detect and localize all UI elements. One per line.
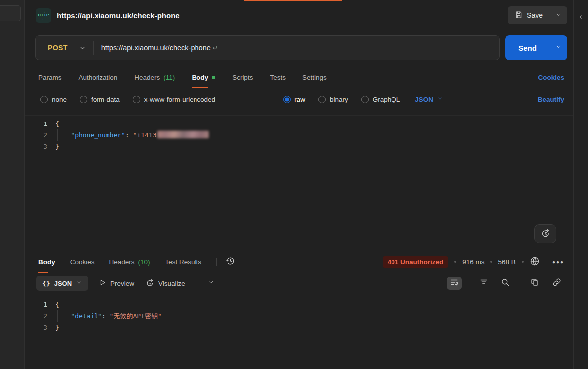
tab-params[interactable]: Params [38, 66, 62, 89]
code-line: 1 { [25, 118, 573, 129]
status-badge: 401 Unauthorized [383, 256, 449, 268]
copy-button[interactable] [527, 277, 542, 290]
visualize-sparkle-icon [145, 278, 154, 289]
request-tab-header: → HTTP ← https://api.xiaomu.uk/check-pho… [25, 0, 573, 31]
radio-icon [133, 96, 140, 103]
mode-none[interactable]: none [40, 96, 67, 103]
response-body-editor[interactable]: 1 { 2 "detail": "无效的API密钥" 3 } [25, 296, 573, 369]
chevron-down-icon [555, 43, 562, 52]
play-icon [99, 279, 106, 288]
code-line: 2 "phone_number": "+1413 [25, 129, 573, 141]
response-toolbar: {} JSON Preview Visualize [36, 274, 564, 293]
chevron-down-icon [437, 95, 443, 103]
visualize-button[interactable]: Visualize [145, 278, 185, 289]
response-tab-body[interactable]: Body [38, 250, 55, 273]
radio-icon [361, 96, 369, 103]
body-mode-row: none form-data x-www-form-urlencoded raw… [40, 91, 564, 107]
wrap-text-button[interactable] [447, 277, 462, 290]
link-button[interactable] [549, 277, 564, 290]
request-body-editor[interactable]: 1 { 2 "phone_number": "+1413 3 } [25, 115, 573, 250]
tab-tests[interactable]: Tests [270, 66, 286, 89]
send-options-button[interactable] [550, 43, 567, 52]
code-line: 3 } [25, 141, 573, 152]
response-tabs: Body Cookies Headers(10) Test Results 40… [38, 251, 564, 273]
radio-icon [80, 96, 87, 103]
mode-raw[interactable]: raw [283, 96, 305, 103]
response-size: 568 B [498, 258, 516, 266]
tab-body[interactable]: Body [192, 66, 215, 89]
request-url-row: POST https://api.xiaomu.uk/check-phone↵ … [35, 35, 567, 60]
sidebar-collapsed-item[interactable] [0, 5, 21, 21]
code-line: 3 } [25, 322, 573, 333]
copy-icon [530, 278, 539, 289]
cookies-link[interactable]: Cookies [538, 74, 564, 81]
search-button[interactable] [498, 277, 513, 290]
filter-icon [479, 278, 488, 289]
main-panel: → HTTP ← https://api.xiaomu.uk/check-pho… [25, 0, 573, 369]
method-selector[interactable]: POST [36, 44, 79, 52]
postbot-sparkle-icon [540, 228, 550, 240]
preview-button[interactable]: Preview [99, 279, 134, 288]
chevron-down-icon[interactable] [207, 279, 214, 288]
right-sidebar-rail [573, 0, 588, 369]
mode-x-www-form-urlencoded[interactable]: x-www-form-urlencoded [133, 96, 215, 103]
arrow-left-icon: ← [42, 17, 46, 20]
tab-headers[interactable]: Headers(11) [134, 66, 175, 89]
language-dropdown[interactable]: JSON [415, 95, 443, 103]
tab-settings[interactable]: Settings [302, 66, 327, 89]
link-icon [552, 278, 561, 289]
braces-icon: {} [42, 280, 50, 287]
radio-icon [40, 96, 48, 103]
filter-button[interactable] [476, 277, 491, 290]
mode-graphql[interactable]: GraphQL [361, 96, 400, 103]
request-tabs: Params Authorization Headers(11) Body Sc… [38, 66, 564, 89]
radio-selected-icon [283, 96, 291, 103]
line-number: 2 [25, 129, 55, 141]
request-tab-title[interactable]: https://api.xiaomu.uk/check-phone [57, 11, 180, 20]
tab-authorization[interactable]: Authorization [79, 66, 118, 89]
mode-form-data[interactable]: form-data [80, 96, 120, 103]
collapse-panel-chevron-icon[interactable] [578, 13, 584, 22]
line-number: 3 [25, 322, 55, 333]
response-time: 916 ms [462, 258, 484, 266]
redacted-phone-blur [157, 131, 209, 138]
enter-hint: ↵ [213, 44, 218, 52]
line-number: 3 [25, 141, 55, 152]
code-line: 2 "detail": "无效的API密钥" [25, 310, 573, 322]
response-tab-cookies[interactable]: Cookies [70, 250, 95, 273]
response-tab-headers[interactable]: Headers(10) [109, 250, 150, 273]
chevron-down-icon [555, 11, 562, 20]
response-format-dropdown[interactable]: {} JSON [36, 276, 88, 291]
send-button-group: Send [505, 35, 567, 60]
send-button[interactable]: Send [505, 44, 550, 52]
radio-icon [318, 96, 326, 103]
app-window: → HTTP ← https://api.xiaomu.uk/check-pho… [0, 0, 588, 369]
http-method-icon: → HTTP ← [36, 8, 51, 23]
postbot-button[interactable] [534, 224, 556, 243]
url-input-container: POST https://api.xiaomu.uk/check-phone↵ [35, 35, 500, 60]
save-button[interactable]: Save [508, 11, 550, 20]
tab-scripts[interactable]: Scripts [232, 66, 253, 89]
left-sidebar-rail [0, 0, 25, 369]
chevron-down-icon [76, 279, 82, 287]
save-options-button[interactable] [550, 11, 567, 20]
chevron-down-icon[interactable] [79, 44, 86, 52]
line-number: 1 [25, 118, 55, 129]
line-number: 2 [25, 310, 55, 322]
save-button-group: Save [508, 6, 567, 24]
network-globe-icon[interactable] [530, 256, 540, 268]
wrap-text-icon [450, 278, 459, 289]
url-input[interactable]: https://api.xiaomu.uk/check-phone↵ [101, 44, 218, 52]
response-tab-test-results[interactable]: Test Results [165, 250, 202, 273]
code-line: 1 { [25, 299, 573, 310]
more-options-button[interactable]: ●●● [552, 259, 564, 265]
mode-binary[interactable]: binary [318, 96, 348, 103]
save-icon [515, 11, 523, 20]
search-icon [501, 278, 510, 289]
line-number: 1 [25, 299, 55, 310]
modified-dot [212, 76, 215, 79]
beautify-link[interactable]: Beautify [538, 96, 564, 103]
response-history-icon[interactable] [226, 256, 235, 267]
